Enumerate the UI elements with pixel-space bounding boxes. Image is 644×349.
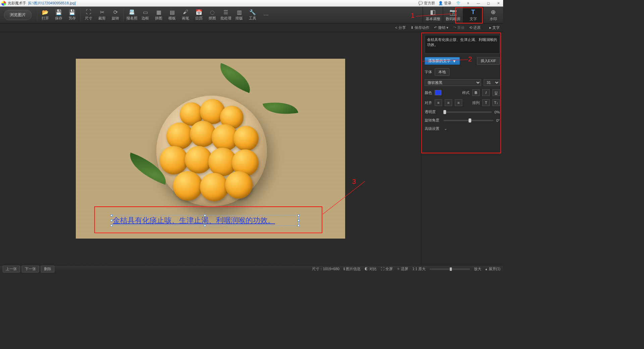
opacity-label: 透明度 [425,109,441,114]
tab-watermark[interactable]: ⊕水印 [483,7,503,23]
italic-button[interactable]: I [482,89,490,96]
color-swatch[interactable] [435,90,441,95]
more-button[interactable]: ⋯ [259,7,273,23]
insert-exif-button[interactable]: 插入EXIF [477,57,500,65]
save-button[interactable]: 💾保存 [52,7,65,23]
collage-button[interactable]: ▦拼图 [152,7,165,23]
cutout-button[interactable]: ◌抠图 [206,7,219,23]
minimize-button[interactable]: — [475,1,482,6]
status-bar: 上一张 下一张 删除 尺寸：1019×680 ℹ 图片信息 ◐ 对比 ⛶ 全屏 … [0,265,503,272]
save-as-button[interactable]: 💾另存 [65,7,79,23]
align-right-button[interactable]: ≡ [455,99,462,106]
size-button[interactable]: ⛶尺寸 [82,7,95,23]
annotation-num-3: 3 [352,178,356,186]
original-size-button[interactable]: 1:1 原大 [412,266,426,271]
tools-button[interactable]: 🔧工具 [246,7,259,23]
template-button[interactable]: ▤模板 [165,7,179,23]
next-image-button[interactable]: 下一张 [22,265,39,272]
annotation-num-1: 1 [411,12,415,19]
tab-text[interactable]: T文字 [463,7,483,23]
font-size-select[interactable]: 31 [484,79,500,86]
border-button[interactable]: ▭边框 [139,7,152,23]
skin-icon[interactable]: 👕 [455,1,462,6]
restore-button[interactable]: ⟲ 还原 [469,25,481,30]
arrange-h-button[interactable]: T [482,99,490,106]
style-label: 样式 [462,90,470,95]
app-logo-icon [1,1,6,6]
compare-button[interactable]: ◐ 对比 [365,266,377,271]
undo-button[interactable]: ↶ 撤销 ▾ [434,25,448,30]
panel-title: ▸ 文字 [489,25,500,30]
browse-images-button[interactable]: 浏览图片 [4,10,32,20]
action-bar: < 分享 ⬇ 保存动作 ↶ 撤销 ▾ ↷ 重做 ⟲ 还原 ▸ 文字 [0,23,503,32]
bold-button[interactable]: B [472,89,480,96]
expand-panel-button[interactable]: ▴ 展开(1) [485,266,500,271]
prev-image-button[interactable]: 上一张 [3,265,20,272]
image-info-button[interactable]: ℹ 图片信息 [343,266,361,271]
crop-button[interactable]: ✂裁剪 [95,7,109,23]
layout-button[interactable]: ▥排版 [232,7,246,23]
community-link[interactable]: 💬 官方群 [418,1,435,6]
save-action-button[interactable]: ⬇ 保存动作 [411,25,429,30]
arrange-v-button[interactable]: T↓ [492,99,500,106]
rotate-label: 旋转角度 [425,118,441,123]
text-content-input[interactable]: 金桔具有化痰止咳、生津止渴、利咽润喉的功效。 [425,35,500,54]
app-title: 光影魔术手 [8,1,26,6]
canvas[interactable]: 金桔具有化痰止咳、生津止渴、利咽润喉的功效。 [0,32,421,265]
login-link[interactable]: 👤 登录 [438,1,451,6]
opacity-slider[interactable] [443,111,492,113]
redo-button[interactable]: ↷ 重做 [453,25,465,30]
batch-button[interactable]: ☰批处理 [219,7,232,23]
open-button[interactable]: 📂打开 [39,7,52,23]
font-source-button[interactable]: 本地 [435,68,449,76]
delete-button[interactable]: 删除 [41,265,54,272]
zoom-in-button[interactable]: 放大 [474,266,481,271]
text-panel: 金桔具有化痰止咳、生津止渴、利咽润喉的功效。 添加新的文字▼ 插入EXIF 字体… [421,32,503,265]
align-label: 对齐 [425,100,432,105]
calendar-button[interactable]: 📅日历 [192,7,206,23]
font-family-select[interactable]: 微软雅黑 [425,79,481,86]
annotation-num-2: 2 [468,55,472,63]
fit-screen-button[interactable]: ✧ 适屏 [397,266,408,271]
fullscreen-button[interactable]: ⛶ 全屏 [381,266,393,271]
rotate-button[interactable]: ⟳旋转 [109,7,122,23]
titlebar: 光影魔术手 [E:\图片\1720490958518.jpg] 💬 官方群 👤 … [0,0,503,7]
menu-icon[interactable]: ≡ [465,1,472,6]
id-photo-button[interactable]: 📇报名照 [125,7,139,23]
share-button[interactable]: < 分享 [395,25,406,30]
rotate-value: 0° [496,118,500,122]
text-overlay[interactable]: 金桔具有化痰止咳、生津止渴、利咽润喉的功效。 [111,215,299,226]
zoom-slider[interactable] [430,268,470,270]
opacity-value: 0% [494,110,500,114]
rotate-slider[interactable] [443,120,493,121]
advanced-settings-toggle[interactable]: 高级设置⌄ [425,126,500,131]
close-button[interactable]: ✕ [495,1,502,6]
underline-button[interactable]: U [492,89,500,96]
align-center-button[interactable]: ≡ [445,99,452,106]
color-label: 颜色 [425,90,432,95]
file-path: [E:\图片\1720490958518.jpg] [28,1,76,6]
dimensions-label: 尺寸：1019×680 [312,266,339,271]
brush-button[interactable]: 🖌画笔 [179,7,192,23]
align-left-button[interactable]: ≡ [435,99,442,106]
edited-image [76,59,345,239]
arrange-label: 排列 [472,100,480,105]
tab-darkroom[interactable]: 📷数码暗房 [443,7,463,23]
overlay-text-content: 金桔具有化痰止咳、生津止渴、利咽润喉的功效。 [113,215,275,226]
maximize-button[interactable]: ◻ [485,1,492,6]
font-label: 字体 [425,69,432,74]
